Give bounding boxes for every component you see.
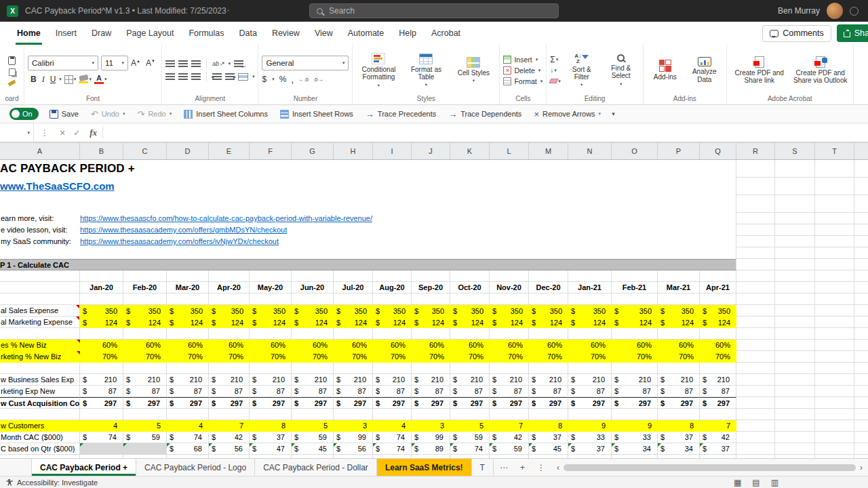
- grid-cell[interactable]: [815, 236, 854, 247]
- grid-cell[interactable]: [815, 305, 854, 317]
- grid-cell[interactable]: [292, 328, 334, 340]
- grid-cell[interactable]: $37: [700, 443, 736, 455]
- grid-cell[interactable]: [658, 195, 700, 213]
- grid-cell[interactable]: [854, 160, 868, 178]
- grid-cell[interactable]: [815, 224, 854, 236]
- grid-cell[interactable]: [568, 293, 612, 305]
- grid-cell[interactable]: [775, 386, 815, 397]
- grid-cell[interactable]: $33: [568, 432, 612, 443]
- grid-cell[interactable]: [815, 195, 854, 213]
- grid-cell[interactable]: [373, 270, 412, 282]
- grid-cell[interactable]: $124: [412, 317, 450, 328]
- find-select-button[interactable]: Find & Select ▾: [603, 53, 639, 87]
- all-sheets-icon[interactable]: ⋯: [494, 459, 514, 476]
- grid-cell[interactable]: [529, 247, 568, 259]
- grid-cell[interactable]: $350: [568, 305, 612, 317]
- create-pdf-outlook-button[interactable]: Create PDF and Share via Outlook: [791, 55, 850, 85]
- decrease-decimal-icon[interactable]: .0→: [313, 77, 323, 83]
- grid-cell[interactable]: [815, 317, 854, 328]
- grid-cell[interactable]: [490, 328, 529, 340]
- grid-cell[interactable]: $350: [123, 305, 167, 317]
- grid-cell[interactable]: $210: [450, 374, 490, 386]
- autosave-toggle[interactable]: On: [9, 108, 39, 120]
- grid-cell[interactable]: [700, 195, 736, 213]
- grid-cell[interactable]: [775, 270, 815, 282]
- grid-cell[interactable]: $56: [334, 443, 373, 455]
- grid-cell[interactable]: [80, 270, 123, 282]
- grid-cell[interactable]: [373, 293, 412, 305]
- grid-cell[interactable]: [334, 293, 373, 305]
- grid-cell[interactable]: [373, 328, 412, 340]
- grid-cell[interactable]: 70%: [250, 351, 292, 363]
- sheet-tab-t[interactable]: T: [472, 459, 494, 476]
- grid-cell[interactable]: [80, 363, 123, 374]
- grid-cell[interactable]: 70%: [658, 351, 700, 363]
- grid-cell[interactable]: $210: [167, 374, 209, 386]
- column-header-s[interactable]: S: [775, 143, 815, 159]
- sheet-tab-cac-payback-period-dollar[interactable]: CAC Payback Period - Dollar: [255, 459, 377, 476]
- grid-cell[interactable]: $59: [123, 432, 167, 443]
- fill-button[interactable]: ↓▾: [550, 65, 561, 75]
- grid-cell[interactable]: [450, 328, 490, 340]
- grid-cell[interactable]: $45: [292, 443, 334, 455]
- grid-cell[interactable]: $87: [373, 386, 412, 397]
- grid-cell[interactable]: [612, 247, 658, 259]
- grid-cell[interactable]: [775, 374, 815, 386]
- grid-cell[interactable]: 4: [167, 420, 209, 432]
- grid-cell[interactable]: [529, 270, 568, 282]
- grid-cell[interactable]: $124: [490, 317, 529, 328]
- grid-cell[interactable]: [167, 270, 209, 282]
- grid-cell[interactable]: $59: [292, 432, 334, 443]
- sheet-tab-learn-saas-metrics[interactable]: Learn SaaS Metrics!: [377, 459, 472, 476]
- format-painter-icon[interactable]: [7, 79, 16, 86]
- grid-cell[interactable]: [373, 247, 412, 259]
- grid-cell[interactable]: $210: [250, 374, 292, 386]
- grid-cell[interactable]: $124: [292, 317, 334, 328]
- grid-cell[interactable]: [815, 178, 854, 195]
- grid-cell[interactable]: [736, 397, 775, 409]
- grid-cell[interactable]: $74: [450, 443, 490, 455]
- grid-cell[interactable]: [250, 293, 292, 305]
- grid-cell[interactable]: [209, 363, 250, 374]
- grid-cell[interactable]: [0, 293, 80, 305]
- orientation-icon[interactable]: ab↗: [212, 60, 224, 67]
- grid-cell[interactable]: $350: [292, 305, 334, 317]
- grid-cell[interactable]: [334, 270, 373, 282]
- grid-cell[interactable]: [250, 270, 292, 282]
- month-header-cell[interactable]: Apr-20: [209, 282, 250, 293]
- grid-cell[interactable]: [123, 409, 167, 420]
- grid-cell[interactable]: [209, 293, 250, 305]
- column-header-k[interactable]: K: [450, 143, 490, 159]
- ribbon-tab-help[interactable]: Help: [391, 22, 424, 45]
- grid-cell[interactable]: [736, 443, 775, 455]
- grid-cell[interactable]: [612, 270, 658, 282]
- month-header-cell[interactable]: Jan-21: [568, 282, 612, 293]
- grid-cell[interactable]: [736, 363, 775, 374]
- grid-cell[interactable]: [815, 397, 854, 409]
- grid-cell[interactable]: [123, 293, 167, 305]
- underline-button[interactable]: U: [47, 74, 59, 85]
- grid-cell[interactable]: [700, 328, 736, 340]
- month-header-cell[interactable]: Feb-20: [123, 282, 167, 293]
- enter-icon[interactable]: ✓: [69, 128, 84, 138]
- grid-cell[interactable]: [736, 386, 775, 397]
- grid-cell[interactable]: $350: [450, 305, 490, 317]
- grid-cell[interactable]: [250, 363, 292, 374]
- increase-indent-icon[interactable]: [225, 73, 235, 81]
- column-header-e[interactable]: E: [209, 143, 250, 159]
- grid-cell[interactable]: [854, 259, 868, 270]
- grid-cell[interactable]: $124: [123, 317, 167, 328]
- grid-cell[interactable]: [292, 247, 334, 259]
- grid-cell[interactable]: [529, 328, 568, 340]
- comma-style-icon[interactable]: ,: [291, 74, 294, 85]
- grid-cell[interactable]: 60%: [250, 340, 292, 351]
- grid-cell[interactable]: [854, 236, 868, 247]
- grid-cell[interactable]: [123, 443, 167, 455]
- grid-cell[interactable]: [568, 409, 612, 420]
- number-format-select[interactable]: General▾: [262, 56, 349, 70]
- grid-cell[interactable]: 4: [80, 420, 123, 432]
- sheet-tab-cac-payback-period[interactable]: CAC Payback Period +: [31, 459, 136, 476]
- grid-cell[interactable]: 60%: [529, 340, 568, 351]
- grid-cell[interactable]: [854, 293, 868, 305]
- column-header-q[interactable]: Q: [700, 143, 736, 159]
